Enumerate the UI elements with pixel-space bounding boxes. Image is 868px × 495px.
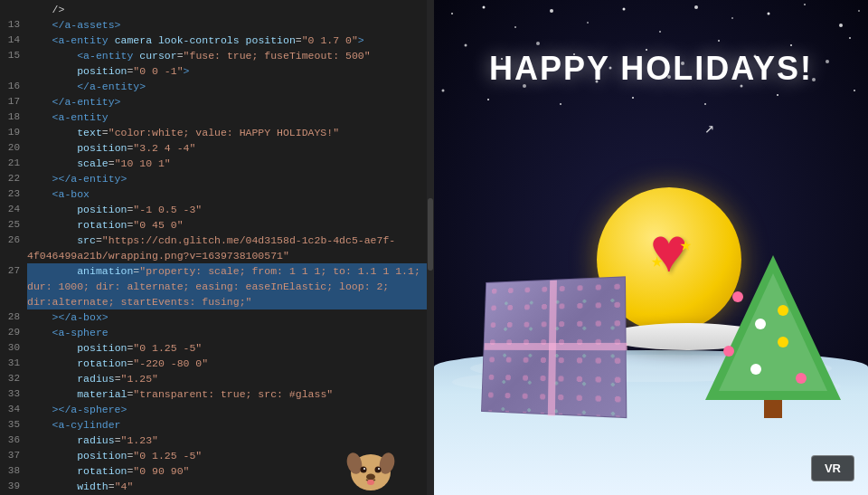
svg-point-18 bbox=[768, 13, 770, 15]
svg-point-6 bbox=[378, 468, 380, 470]
gift-box bbox=[479, 278, 624, 414]
ornament bbox=[723, 346, 734, 357]
code-lines: /> 13 </a-assets> 14 <a-entity camera lo… bbox=[0, 0, 434, 495]
svg-point-39 bbox=[632, 97, 634, 99]
svg-point-13 bbox=[587, 22, 589, 24]
ribbon-svg bbox=[482, 277, 628, 419]
code-line: 33 material="transparent: true; src: #gl… bbox=[0, 386, 434, 402]
code-line: 19 text="color:white; value: HAPPY HOLID… bbox=[0, 125, 434, 140]
svg-point-17 bbox=[731, 17, 733, 19]
code-line-highlighted: 27 animation="property: scale; from: 1 1… bbox=[0, 263, 434, 279]
ornament bbox=[778, 305, 788, 316]
code-line: /> bbox=[0, 2, 434, 17]
code-line: 17 </a-entity> bbox=[0, 94, 434, 109]
code-line: 28 ></a-box> bbox=[0, 309, 434, 325]
code-line: 20 position="3.2 4 -4" bbox=[0, 140, 434, 156]
svg-point-24 bbox=[536, 42, 540, 45]
code-line: 25 rotation="0 45 0" bbox=[0, 217, 434, 233]
svg-point-16 bbox=[694, 5, 698, 9]
code-line: 32 radius="1.25" bbox=[0, 371, 434, 386]
svg-point-37 bbox=[560, 103, 561, 105]
gift-box-face bbox=[481, 276, 627, 418]
code-line: 23 <a-box bbox=[0, 186, 434, 202]
svg-point-31 bbox=[790, 44, 792, 46]
code-line: 24 position="-1 0.5 -3" bbox=[0, 202, 434, 217]
ornament bbox=[750, 364, 761, 375]
ornament bbox=[732, 291, 743, 302]
code-line: 14 <a-entity camera look-controls positi… bbox=[0, 33, 434, 48]
tree-ornaments bbox=[705, 255, 841, 400]
svg-point-15 bbox=[659, 31, 661, 33]
code-line-highlighted: dur: 1000; dir: alternate; easing: easeI… bbox=[0, 279, 434, 294]
heart-container: ♥ ★ ★ bbox=[628, 214, 710, 296]
code-line: 21 scale="10 10 1" bbox=[0, 156, 434, 171]
svg-point-12 bbox=[550, 9, 553, 13]
svg-point-22 bbox=[465, 44, 467, 47]
svg-point-33 bbox=[849, 37, 851, 39]
dog-mascot bbox=[344, 441, 398, 495]
code-line: 15 <a-entity cursor="fuse: true; fuseTim… bbox=[0, 48, 434, 63]
3d-scene: HAPPY HOLIDAYS! ♥ ★ ★ bbox=[434, 0, 868, 495]
svg-point-7 bbox=[366, 474, 375, 481]
svg-point-9 bbox=[451, 13, 453, 14]
svg-point-43 bbox=[777, 94, 778, 96]
code-line: position="0 0 -1"> bbox=[0, 63, 434, 79]
christmas-tree bbox=[705, 255, 841, 418]
svg-point-34 bbox=[442, 90, 445, 92]
svg-point-5 bbox=[363, 468, 365, 470]
svg-point-19 bbox=[804, 4, 806, 5]
tree-trunk bbox=[764, 400, 782, 418]
code-line: 34 ></a-sphere> bbox=[0, 402, 434, 417]
svg-point-14 bbox=[623, 8, 626, 11]
code-line: 26 src="https://cdn.glitch.me/04d3158d-1… bbox=[0, 233, 434, 248]
svg-point-8 bbox=[367, 480, 374, 485]
star-accent-bottom: ★ bbox=[651, 249, 663, 273]
scrollbar-thumb[interactable] bbox=[428, 198, 433, 271]
ornament bbox=[778, 337, 788, 347]
code-line: 31 rotation="-220 -80 0" bbox=[0, 356, 434, 371]
ornament bbox=[755, 319, 766, 329]
dog-icon bbox=[344, 441, 398, 495]
svg-point-35 bbox=[487, 99, 489, 100]
star-accent-top: ★ bbox=[680, 233, 692, 257]
svg-point-3 bbox=[361, 467, 367, 473]
code-line: 4f046499a21b/wrapping.png?v=163973810057… bbox=[0, 248, 434, 263]
holiday-text: HAPPY HOLIDAYS! bbox=[434, 50, 868, 88]
code-line: 18 <a-entity bbox=[0, 109, 434, 125]
code-line: 13 </a-assets> bbox=[0, 17, 434, 33]
code-editor[interactable]: /> 13 </a-assets> 14 <a-entity camera lo… bbox=[0, 0, 434, 495]
tree-body bbox=[705, 255, 841, 400]
vr-button[interactable]: VR bbox=[811, 455, 854, 481]
svg-point-29 bbox=[718, 40, 720, 42]
svg-point-11 bbox=[514, 26, 516, 28]
ornament bbox=[796, 373, 807, 384]
code-line: 29 <a-sphere bbox=[0, 325, 434, 340]
code-line: 35 <a-cylinder bbox=[0, 417, 434, 433]
svg-point-41 bbox=[704, 103, 706, 105]
code-line: 30 position="0 1.25 -5" bbox=[0, 340, 434, 356]
svg-point-20 bbox=[839, 24, 843, 27]
code-line-highlighted: dir:alternate; startEvents: fusing;" bbox=[0, 294, 434, 309]
svg-point-21 bbox=[858, 10, 860, 12]
code-line: 16 </a-entity> bbox=[0, 79, 434, 94]
code-line: 22 ></a-entity> bbox=[0, 171, 434, 186]
svg-point-45 bbox=[854, 90, 855, 91]
svg-point-4 bbox=[375, 467, 382, 473]
svg-point-10 bbox=[483, 6, 486, 9]
